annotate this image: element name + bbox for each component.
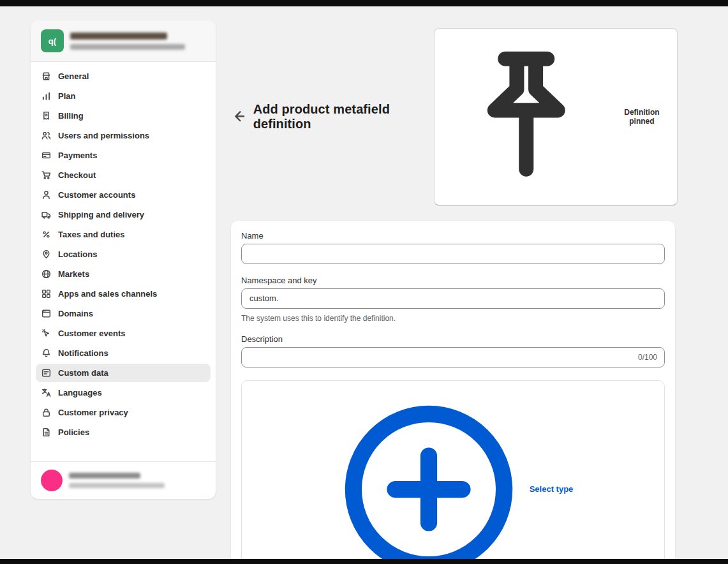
name-input[interactable] (241, 244, 665, 264)
browser-bottom-bar (0, 559, 728, 564)
lock-icon (41, 407, 52, 418)
sidebar-item-customer-accounts[interactable]: Customer accounts (36, 186, 211, 204)
user-avatar (41, 470, 63, 491)
truck-icon (41, 209, 52, 220)
sidebar-item-plan[interactable]: Plan (36, 87, 211, 105)
store-meta (70, 33, 185, 50)
sidebar-item-users-and-permissions[interactable]: Users and permissions (36, 126, 211, 145)
sidebar-item-label: Languages (58, 388, 102, 397)
sidebar-item-apps-and-sales-channels[interactable]: Apps and sales channels (36, 285, 211, 303)
user-email-redacted (69, 483, 165, 488)
sidebar-item-label: General (58, 71, 89, 81)
sidebar-item-taxes-and-duties[interactable]: Taxes and duties (36, 225, 211, 244)
plus-circle-icon (333, 394, 524, 564)
sidebar-item-label: Payments (58, 151, 97, 160)
page-header: Add product metafield definition Definit… (231, 28, 678, 205)
sidebar-item-markets[interactable]: Markets (36, 265, 211, 283)
sidebar-item-customer-privacy[interactable]: Customer privacy (36, 403, 211, 422)
namespace-label: Namespace and key (241, 276, 665, 285)
data-icon (41, 367, 52, 378)
select-type-label: Select type (530, 484, 574, 494)
namespace-field: Namespace and key The system uses this t… (241, 276, 665, 323)
back-button[interactable] (231, 108, 247, 126)
sidebar-item-label: Customer accounts (58, 190, 135, 200)
sidebar-item-label: Billing (58, 111, 84, 121)
page-title: Add product metafield definition (253, 102, 428, 131)
sidebar-item-locations[interactable]: Locations (36, 245, 211, 263)
store-email-redacted (70, 44, 185, 50)
store-name-redacted (70, 33, 167, 40)
sidebar-item-label: Notifications (58, 348, 108, 358)
sidebar-item-general[interactable]: General (36, 67, 211, 85)
select-type-button[interactable]: Select type (241, 380, 665, 564)
apps-icon (41, 288, 52, 299)
sidebar-item-label: Users and permissions (58, 131, 149, 140)
sidebar-item-label: Shipping and delivery (58, 210, 144, 219)
sidebar-item-shipping-and-delivery[interactable]: Shipping and delivery (36, 205, 211, 224)
sidebar-item-label: Customer events (58, 329, 125, 338)
description-label: Description (241, 334, 665, 344)
settings-layout: q( GeneralPlanBillingUsers and permissio… (0, 6, 728, 559)
payments-icon (41, 150, 52, 161)
browser-top-bar (0, 0, 728, 6)
checkout-icon (41, 170, 52, 181)
sidebar-item-label: Locations (58, 249, 97, 259)
sidebar-item-notifications[interactable]: Notifications (36, 344, 211, 362)
definition-pinned-label: Definition pinned (614, 108, 669, 126)
pin-icon (442, 33, 611, 201)
domains-icon (41, 308, 52, 319)
pin-icon (41, 249, 52, 260)
billing-icon (41, 110, 52, 121)
description-input-wrap: 0/100 (241, 347, 665, 367)
sidebar-item-policies[interactable]: Policies (36, 423, 211, 442)
store-icon (41, 71, 52, 82)
sidebar-item-domains[interactable]: Domains (36, 304, 211, 323)
cursor-icon (41, 328, 52, 339)
user-footer[interactable] (31, 461, 216, 499)
settings-sidebar: q( GeneralPlanBillingUsers and permissio… (31, 20, 216, 499)
sidebar-item-languages[interactable]: Languages (36, 383, 211, 402)
user-name-redacted (69, 473, 140, 479)
users-icon (41, 130, 52, 141)
name-field: Name (241, 231, 665, 264)
taxes-icon (41, 229, 52, 240)
name-label: Name (241, 231, 665, 241)
description-field: Description 0/100 (241, 334, 665, 367)
sidebar-item-custom-data[interactable]: Custom data (36, 364, 211, 382)
sidebar-item-label: Customer privacy (58, 408, 128, 417)
person-icon (41, 189, 52, 200)
plan-icon (41, 91, 52, 101)
bell-icon (41, 348, 52, 359)
description-input[interactable] (241, 347, 665, 367)
sidebar-item-label: Checkout (58, 170, 96, 180)
sidebar-item-label: Apps and sales channels (58, 289, 157, 299)
sidebar-item-label: Policies (58, 427, 89, 437)
sidebar-item-label: Plan (58, 91, 75, 101)
namespace-help-text: The system uses this to identify the def… (241, 314, 665, 323)
sidebar-item-label: Taxes and duties (58, 230, 125, 239)
sidebar-item-checkout[interactable]: Checkout (36, 166, 211, 184)
user-meta (69, 473, 165, 488)
store-header[interactable]: q( (31, 20, 216, 62)
sidebar-item-label: Markets (58, 269, 89, 279)
sidebar-item-customer-events[interactable]: Customer events (36, 324, 211, 343)
main-content: Add product metafield definition Definit… (231, 6, 678, 559)
globe-icon (41, 269, 52, 279)
definition-form-card: Name Namespace and key The system uses t… (231, 221, 675, 564)
sidebar-item-label: Custom data (58, 368, 108, 378)
definition-pinned-button[interactable]: Definition pinned (434, 28, 678, 205)
settings-menu: GeneralPlanBillingUsers and permissionsP… (31, 62, 216, 461)
sidebar-item-payments[interactable]: Payments (36, 146, 211, 165)
policies-icon (41, 427, 52, 438)
sidebar-item-label: Domains (58, 309, 93, 318)
sidebar-item-billing[interactable]: Billing (36, 107, 211, 125)
store-avatar: q( (41, 29, 64, 52)
back-arrow-icon (231, 108, 247, 124)
languages-icon (41, 387, 52, 398)
namespace-key-input[interactable] (241, 288, 665, 309)
